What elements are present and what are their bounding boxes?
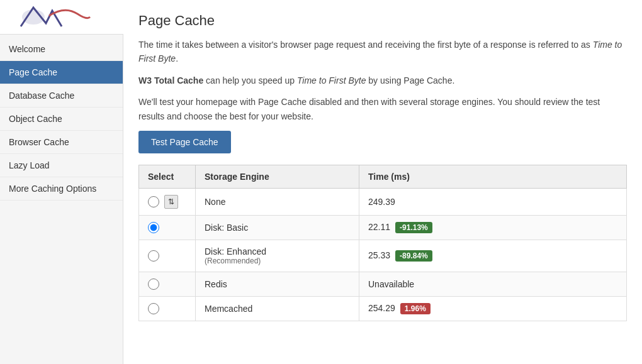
table-row: ⇅None249.39: [139, 188, 627, 215]
test-page-cache-button[interactable]: Test Page Cache: [138, 131, 231, 153]
table-row: RedisUnavailable: [139, 272, 627, 296]
engine-name: Disk: Basic: [205, 223, 248, 233]
engine-cell: Redis: [196, 272, 359, 296]
time-cell: 249.39: [359, 188, 627, 215]
col-header-engine: Storage Engine: [196, 165, 359, 188]
engine-name: None: [205, 197, 225, 207]
engine-name: Disk: Enhanced: [205, 246, 266, 256]
time-value: 249.39: [368, 197, 395, 207]
time-cell: Unavailable: [359, 272, 627, 296]
description-1: The time it takes between a visitor's br…: [138, 38, 627, 66]
cache-radio-4[interactable]: [148, 303, 159, 314]
table-row: Memcached254.291.96%: [139, 296, 627, 321]
cache-radio-1[interactable]: [148, 222, 159, 233]
time-cell: 22.11-91.13%: [359, 215, 627, 240]
table-row: Disk: Basic22.11-91.13%: [139, 215, 627, 240]
logo-area: [0, 0, 123, 35]
sidebar-item-page-cache[interactable]: Page Cache: [0, 61, 123, 84]
performance-badge: 1.96%: [400, 303, 431, 314]
time-cell: 25.33-89.84%: [359, 240, 627, 272]
sidebar-item-more-caching[interactable]: More Caching Options: [0, 177, 123, 201]
select-cell: ⇅: [139, 188, 196, 215]
select-cell: [139, 215, 196, 240]
sidebar-item-welcome[interactable]: Welcome: [0, 38, 123, 61]
cache-radio-0[interactable]: [148, 196, 159, 207]
select-cell: [139, 296, 196, 321]
time-value: 22.11: [368, 222, 390, 232]
site-logo: [14, 4, 109, 30]
engine-name: Memcached: [205, 304, 252, 314]
time-value: 25.33: [368, 250, 390, 260]
sidebar-item-database-cache[interactable]: Database Cache: [0, 84, 123, 108]
description-2: W3 Total Cache can help you speed up Tim…: [138, 74, 627, 87]
table-row: Disk: Enhanced(Recommended)25.33-89.84%: [139, 240, 627, 272]
time-cell: 254.291.96%: [359, 296, 627, 321]
engine-cell: Disk: Enhanced(Recommended): [196, 240, 359, 272]
sidebar-item-lazy-load[interactable]: Lazy Load: [0, 154, 123, 177]
sidebar-item-object-cache[interactable]: Object Cache: [0, 108, 123, 131]
description-3: We'll test your homepage with Page Cache…: [138, 95, 627, 123]
cache-radio-2[interactable]: [148, 250, 159, 262]
main-content: Page Cache The time it takes between a v…: [123, 0, 642, 364]
page-title: Page Cache: [138, 13, 627, 29]
time-value: Unavailable: [368, 279, 414, 289]
cache-results-table: Select Storage Engine Time (ms) ⇅None249…: [138, 165, 627, 321]
sidebar-item-browser-cache[interactable]: Browser Cache: [0, 131, 123, 154]
engine-cell: None: [196, 188, 359, 215]
svg-point-0: [22, 9, 45, 25]
select-cell: [139, 272, 196, 296]
performance-badge: -89.84%: [395, 250, 432, 262]
cache-radio-3[interactable]: [148, 279, 159, 290]
sidebar-nav: Welcome Page Cache Database Cache Object…: [0, 38, 123, 201]
select-cell: [139, 240, 196, 272]
engine-cell: Disk: Basic: [196, 215, 359, 240]
col-header-time: Time (ms): [359, 165, 627, 188]
sort-icon[interactable]: ⇅: [164, 195, 178, 209]
col-header-select: Select: [139, 165, 196, 188]
engine-cell: Memcached: [196, 296, 359, 321]
engine-sub: (Recommended): [205, 256, 350, 265]
engine-name: Redis: [205, 279, 227, 289]
performance-badge: -91.13%: [395, 222, 432, 233]
time-value: 254.29: [368, 303, 395, 313]
